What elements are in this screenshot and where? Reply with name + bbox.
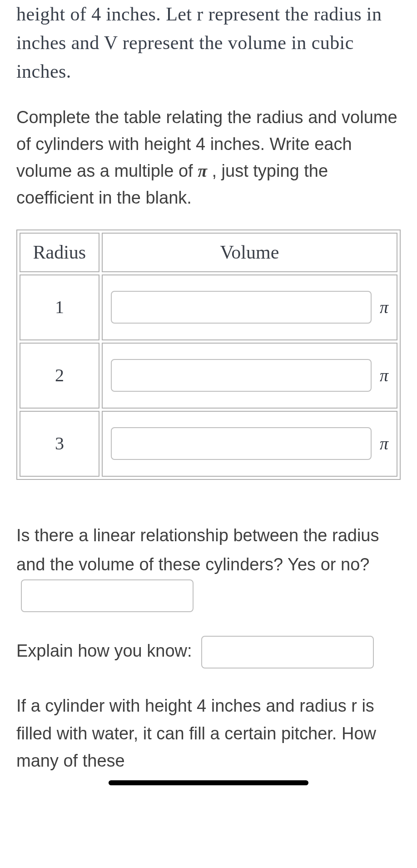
pi-symbol: π: [380, 363, 388, 389]
volume-cell: π: [102, 274, 397, 340]
volume-cell: π: [102, 343, 397, 409]
radius-cell: 1: [20, 274, 99, 340]
table-row: 2 π: [20, 343, 397, 409]
radius-volume-table: Radius Volume 1 π 2 π 3: [16, 229, 401, 480]
final-paragraph: If a cylinder with height 4 inches and r…: [16, 692, 401, 775]
table-row: 3 π: [20, 411, 397, 477]
linear-question-text: Is there a linear relationship between t…: [16, 526, 379, 574]
volume-cell: π: [102, 411, 397, 477]
volume-coeff-input[interactable]: [111, 291, 372, 324]
pi-symbol: π: [380, 294, 388, 320]
pi-symbol-inline: π: [198, 161, 207, 180]
table-header-radius: Radius: [20, 233, 99, 272]
table-row: 1 π: [20, 274, 397, 340]
explain-answer-input[interactable]: [201, 636, 374, 668]
radius-cell: 3: [20, 411, 99, 477]
explain-question-text: Explain how you know:: [16, 641, 197, 660]
pi-symbol: π: [380, 431, 388, 457]
linear-question: Is there a linear relationship between t…: [16, 521, 401, 612]
problem-intro-text: height of 4 inches. Let r represent the …: [16, 0, 401, 86]
radius-cell: 2: [20, 343, 99, 409]
table-instructions: Complete the table relating the radius a…: [16, 104, 401, 211]
volume-coeff-input[interactable]: [111, 427, 372, 460]
home-indicator: [109, 780, 308, 785]
table-header-volume: Volume: [102, 233, 397, 272]
explain-question: Explain how you know:: [16, 636, 401, 668]
linear-answer-input[interactable]: [21, 579, 194, 612]
volume-coeff-input[interactable]: [111, 359, 372, 392]
